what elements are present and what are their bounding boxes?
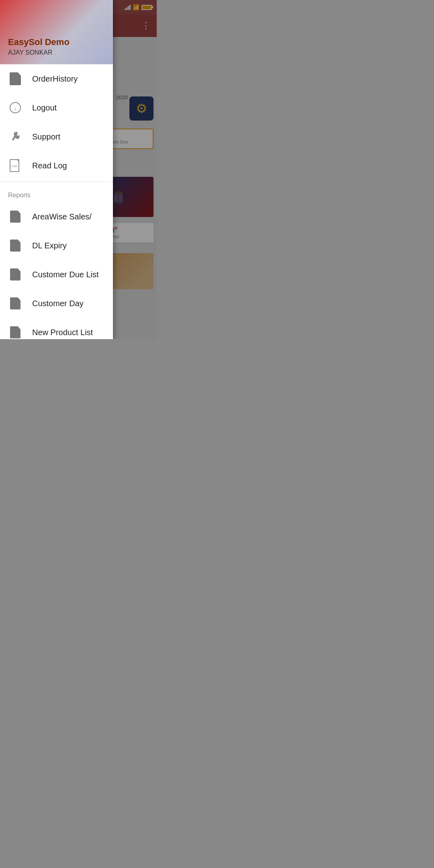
order-history-label: OrderHistory xyxy=(32,74,78,84)
svg-text:LOG: LOG xyxy=(11,165,17,168)
menu-item-new-product-list[interactable]: New Product List xyxy=(0,318,113,339)
areawise-sales-label: AreaWise Sales/ xyxy=(32,212,92,221)
customer-day-label: Customer Day xyxy=(32,299,84,308)
menu-item-customer-due-list[interactable]: Customer Due List xyxy=(0,260,113,289)
menu-item-order-history[interactable]: OrderHistory xyxy=(0,64,113,93)
new-product-list-label: New Product List xyxy=(32,328,93,337)
menu-item-support[interactable]: Support xyxy=(0,122,113,151)
logout-icon: ↓ xyxy=(8,100,23,115)
menu-item-dl-expiry[interactable]: DL Expiry xyxy=(0,231,113,260)
menu-item-areawise-sales[interactable]: AreaWise Sales/ xyxy=(0,202,113,231)
support-icon xyxy=(8,129,23,144)
customer-due-list-label: Customer Due List xyxy=(32,270,99,279)
read-log-icon: LOG xyxy=(8,158,23,173)
new-product-list-icon xyxy=(8,325,23,339)
navigation-drawer: EasySol Demo AJAY SONKAR OrderHistory ↓ … xyxy=(0,0,113,339)
menu-item-read-log[interactable]: LOG Read Log xyxy=(0,151,113,180)
customer-day-icon xyxy=(8,296,23,311)
divider-1 xyxy=(0,182,113,182)
read-log-label: Read Log xyxy=(32,161,67,170)
support-label: Support xyxy=(32,132,60,141)
drawer-menu: OrderHistory ↓ Logout Support xyxy=(0,64,113,339)
order-history-icon xyxy=(8,72,23,86)
section-header-reports: Reports xyxy=(0,184,113,202)
dl-expiry-icon xyxy=(8,238,23,253)
areawise-sales-icon xyxy=(8,209,23,224)
menu-item-logout[interactable]: ↓ Logout xyxy=(0,93,113,122)
logout-label: Logout xyxy=(32,103,57,113)
user-name: AJAY SONKAR xyxy=(8,49,105,56)
customer-due-list-icon xyxy=(8,267,23,282)
dl-expiry-label: DL Expiry xyxy=(32,241,67,250)
app-name: EasySol Demo xyxy=(8,37,105,47)
menu-item-customer-day[interactable]: Customer Day xyxy=(0,289,113,318)
drawer-header: EasySol Demo AJAY SONKAR xyxy=(0,0,113,64)
